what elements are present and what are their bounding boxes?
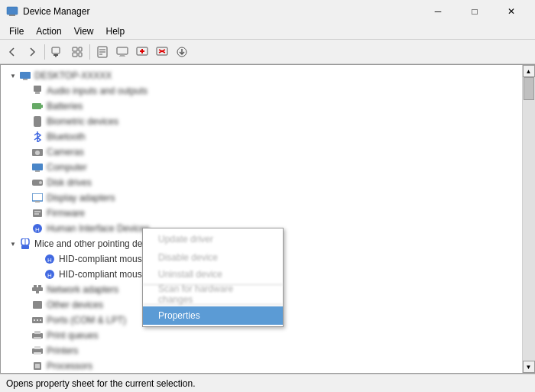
- tree-item-computer[interactable]: Computer: [1, 160, 522, 175]
- scrollbar[interactable]: ▲ ▼: [522, 65, 534, 373]
- properties-button[interactable]: [93, 43, 112, 61]
- tree-item-display[interactable]: Display adapters: [1, 190, 522, 206]
- svg-text:H: H: [47, 272, 52, 279]
- svg-rect-28: [32, 103, 41, 109]
- tree-item-bluetooth[interactable]: Bluetooth: [1, 129, 522, 144]
- audio-icon: [31, 85, 44, 97]
- hid-mouse-1-label: HID-compliant mouse: [59, 254, 147, 264]
- tree-item-audio[interactable]: Audio inputs and outputs: [1, 83, 522, 99]
- svg-rect-7: [79, 47, 82, 51]
- tree-item-printers[interactable]: Printers: [1, 343, 522, 358]
- svg-rect-46: [21, 245, 29, 249]
- svg-rect-67: [35, 364, 40, 368]
- biometric-icon: [31, 115, 44, 128]
- print-label: Print queues: [47, 330, 98, 341]
- menu-file[interactable]: File: [3, 23, 30, 40]
- audio-label: Audio inputs and outputs: [47, 86, 148, 96]
- ctx-properties[interactable]: Properties: [143, 306, 283, 325]
- svg-rect-5: [73, 47, 77, 51]
- remove-button[interactable]: [153, 43, 171, 61]
- hid-mouse-1-icon: H: [44, 253, 56, 265]
- firmware-label: Firmware: [47, 208, 85, 219]
- toolbar-separator-1: [44, 44, 45, 60]
- svg-rect-55: [33, 301, 42, 309]
- device-tree[interactable]: ▼ DESKTOP-XXXXX Audio inputs and outputs…: [1, 65, 522, 373]
- hid-icon: H: [31, 222, 44, 235]
- tree-item-biometric[interactable]: Biometric devices: [1, 114, 522, 129]
- network-icon: [31, 283, 44, 296]
- svg-rect-6: [73, 53, 77, 57]
- display-icon: [31, 192, 44, 204]
- scroll-thumb[interactable]: [524, 77, 534, 100]
- svg-text:H: H: [47, 257, 52, 264]
- svg-point-59: [40, 319, 41, 321]
- close-button[interactable]: ✕: [494, 0, 529, 23]
- processors-icon: [31, 360, 44, 372]
- svg-rect-26: [34, 86, 41, 92]
- back-button[interactable]: [3, 43, 21, 61]
- svg-rect-8: [79, 53, 82, 57]
- scroll-down-button[interactable]: ▼: [523, 361, 535, 373]
- svg-rect-33: [32, 164, 43, 170]
- printers-icon: [31, 345, 44, 357]
- tree-item-batteries[interactable]: Batteries: [1, 99, 522, 114]
- minimize-button[interactable]: ─: [420, 0, 456, 23]
- app-icon: [6, 5, 18, 18]
- maximize-button[interactable]: □: [457, 0, 492, 23]
- window-title: Device Manager: [23, 6, 420, 17]
- toolbar-separator-2: [89, 44, 90, 60]
- svg-rect-54: [36, 291, 39, 293]
- menu-view[interactable]: View: [68, 23, 100, 40]
- toolbar: [0, 40, 535, 64]
- display-label: Display adapters: [47, 193, 115, 203]
- menu-action[interactable]: Action: [30, 23, 67, 40]
- svg-rect-3: [54, 54, 58, 56]
- ports-icon: [31, 314, 44, 326]
- monitor-button[interactable]: [113, 43, 131, 61]
- tree-item-print[interactable]: Print queues: [1, 328, 522, 343]
- ctx-uninstall-device[interactable]: Uninstall device: [143, 267, 283, 285]
- refresh-button[interactable]: [68, 43, 86, 61]
- ctx-update-driver[interactable]: Update driver: [143, 230, 283, 248]
- view-button[interactable]: [48, 43, 66, 61]
- download-button[interactable]: [173, 43, 191, 61]
- svg-rect-2: [52, 47, 60, 53]
- svg-rect-64: [34, 346, 41, 349]
- tree-item-firmware[interactable]: Firmware: [1, 206, 522, 221]
- ctx-disable-device[interactable]: Disable device: [143, 248, 283, 267]
- svg-rect-53: [38, 285, 41, 287]
- mice-icon: [19, 238, 31, 250]
- svg-rect-61: [34, 331, 41, 334]
- scroll-up-button[interactable]: ▲: [523, 65, 535, 77]
- add-button[interactable]: [133, 43, 151, 61]
- root-label: DESKTOP-XXXXX: [34, 70, 112, 81]
- ctx-scan-hardware[interactable]: Scan for hardware changes: [143, 287, 283, 305]
- svg-rect-52: [34, 285, 37, 287]
- main-area: ▼ DESKTOP-XXXXX Audio inputs and outputs…: [0, 64, 535, 374]
- tree-root[interactable]: ▼ DESKTOP-XXXXX: [1, 68, 522, 83]
- no-expand: [19, 85, 31, 97]
- tree-item-processors[interactable]: Processors: [1, 358, 522, 373]
- status-text: Opens property sheet for the current sel…: [6, 378, 195, 389]
- tree-item-cameras[interactable]: Cameras: [1, 144, 522, 160]
- svg-rect-39: [33, 209, 42, 217]
- svg-rect-0: [7, 7, 18, 15]
- print-icon: [31, 329, 44, 342]
- hid-mouse-2-icon: H: [44, 268, 56, 280]
- mice-expand-icon: ▼: [7, 238, 19, 250]
- svg-rect-13: [117, 47, 128, 54]
- svg-rect-34: [35, 170, 40, 172]
- svg-text:H: H: [35, 226, 40, 233]
- computer-device-icon: [31, 161, 44, 173]
- svg-rect-24: [20, 72, 31, 79]
- other-icon: [31, 299, 44, 311]
- svg-rect-4: [55, 56, 57, 57]
- svg-rect-15: [119, 56, 125, 57]
- tree-item-disk[interactable]: Disk drives: [1, 175, 522, 190]
- menu-help[interactable]: Help: [100, 23, 131, 40]
- cameras-label: Cameras: [47, 147, 84, 157]
- printers-label: Printers: [47, 345, 78, 356]
- scroll-track[interactable]: [523, 77, 535, 361]
- svg-rect-25: [23, 79, 28, 80]
- forward-button[interactable]: [23, 43, 41, 61]
